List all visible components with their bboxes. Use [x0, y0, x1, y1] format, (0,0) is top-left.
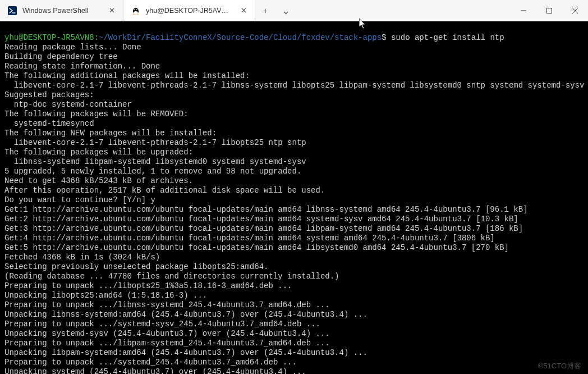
- command: sudo apt-get install ntp: [387, 33, 504, 42]
- terminal-line: Get:2 http://archive.ubuntu.com/ubuntu f…: [4, 215, 584, 224]
- svg-point-2: [134, 11, 138, 15]
- terminal-line: Fetched 4368 kB in 1s (3024 kB/s): [4, 253, 584, 262]
- terminal-line: The following packages will be upgraded:: [4, 148, 584, 157]
- terminal-line: Selecting previously unselected package …: [4, 262, 584, 272]
- close-window-button[interactable]: [562, 0, 588, 21]
- terminal-line: Get:4 http://archive.ubuntu.com/ubuntu f…: [4, 234, 584, 243]
- terminal-line: Reading state information... Done: [4, 62, 584, 71]
- terminal-line: libevent-core-2.1-7 libevent-pthreads-2.…: [4, 81, 584, 90]
- terminal-line: libevent-core-2.1-7 libevent-pthreads-2.…: [4, 138, 584, 148]
- terminal-line: ntp-doc systemd-container: [4, 100, 584, 110]
- terminal-line: The following NEW packages will be insta…: [4, 129, 584, 138]
- terminal-line: Preparing to unpack .../systemd_245.4-4u…: [4, 358, 584, 367]
- terminal-line: Suggested packages:: [4, 90, 584, 100]
- prompt-sep: :: [94, 33, 99, 42]
- maximize-button[interactable]: [536, 0, 562, 21]
- new-tab-button[interactable]: +: [255, 0, 275, 21]
- close-icon[interactable]: ✕: [239, 6, 248, 15]
- tux-icon: [131, 6, 140, 15]
- terminal-line: After this operation, 2517 kB of additio…: [4, 186, 584, 195]
- svg-point-6: [136, 9, 137, 10]
- prompt-path: ~/WorkDir/FacilityConneX/Source-Code/Clo…: [99, 33, 382, 42]
- prompt-symbol: $: [382, 33, 386, 42]
- tab-title: Windows PowerShell: [22, 7, 102, 15]
- terminal-line: Get:1 http://archive.ubuntu.com/ubuntu f…: [4, 205, 584, 215]
- titlebar-spacer: [296, 0, 511, 21]
- terminal-line: Reading package lists... Done: [4, 43, 584, 52]
- minimize-button[interactable]: [511, 0, 536, 21]
- terminal-line: systemd-timesyncd: [4, 119, 584, 129]
- terminal-line: The following packages will be REMOVED:: [4, 110, 584, 119]
- titlebar: Windows PowerShell ✕ yhu@DESKTOP-JR5AVN8…: [0, 0, 588, 21]
- prompt-user: yhu@DESKTOP-JR5AVN8: [4, 33, 94, 42]
- terminal-line: Unpacking systemd-sysv (245.4-4ubuntu3.7…: [4, 329, 584, 339]
- terminal-line: The following additional packages will b…: [4, 71, 584, 81]
- terminal-line: Preparing to unpack .../libpam-systemd_2…: [4, 339, 584, 348]
- tab-wsl[interactable]: yhu@DESKTOP-JR5AVN8: ~/Wo ✕: [123, 0, 255, 21]
- terminal-line: Building dependency tree: [4, 52, 584, 62]
- terminal[interactable]: yhu@DESKTOP-JR5AVN8:~/WorkDir/FacilityCo…: [0, 21, 588, 374]
- terminal-line: Need to get 4368 kB/5243 kB of archives.: [4, 176, 584, 186]
- terminal-line: Unpacking systemd (245.4-4ubuntu3.7) ove…: [4, 367, 584, 374]
- tab-title: yhu@DESKTOP-JR5AVN8: ~/Wo: [146, 7, 233, 15]
- terminal-line: (Reading database ... 47780 files and di…: [4, 272, 584, 281]
- tab-powershell[interactable]: Windows PowerShell ✕: [0, 0, 123, 21]
- terminal-line: Do you want to continue? [Y/n] y: [4, 195, 584, 205]
- terminal-line: Unpacking libpam-systemd:amd64 (245.4-4u…: [4, 348, 584, 358]
- svg-rect-8: [547, 8, 552, 13]
- tab-dropdown-button[interactable]: ⌄: [275, 0, 296, 21]
- terminal-line: Get:3 http://archive.ubuntu.com/ubuntu f…: [4, 224, 584, 234]
- terminal-line: Preparing to unpack .../libopts25_1%3a5.…: [4, 281, 584, 291]
- terminal-line: 5 upgraded, 5 newly installed, 1 to remo…: [4, 167, 584, 176]
- terminal-output: Reading package lists... DoneBuilding de…: [4, 43, 584, 374]
- terminal-line: Unpacking libopts25:amd64 (1:5.18.16-3) …: [4, 291, 584, 300]
- terminal-line: Get:5 http://archive.ubuntu.com/ubuntu f…: [4, 243, 584, 253]
- terminal-line: Preparing to unpack .../libnss-systemd_2…: [4, 300, 584, 310]
- prompt-line: yhu@DESKTOP-JR5AVN8:~/WorkDir/FacilityCo…: [4, 33, 584, 43]
- window-controls: [511, 0, 588, 21]
- close-icon[interactable]: ✕: [107, 6, 116, 15]
- svg-point-5: [135, 9, 135, 10]
- watermark: ©51CTO博客: [538, 361, 581, 371]
- powershell-icon: [8, 6, 17, 15]
- tab-actions: + ⌄: [255, 0, 296, 21]
- terminal-line: Preparing to unpack .../systemd-sysv_245…: [4, 320, 584, 329]
- terminal-line: Unpacking libnss-systemd:amd64 (245.4-4u…: [4, 310, 584, 320]
- tabs: Windows PowerShell ✕ yhu@DESKTOP-JR5AVN8…: [0, 0, 255, 21]
- terminal-line: libnss-systemd libpam-systemd libsystemd…: [4, 157, 584, 167]
